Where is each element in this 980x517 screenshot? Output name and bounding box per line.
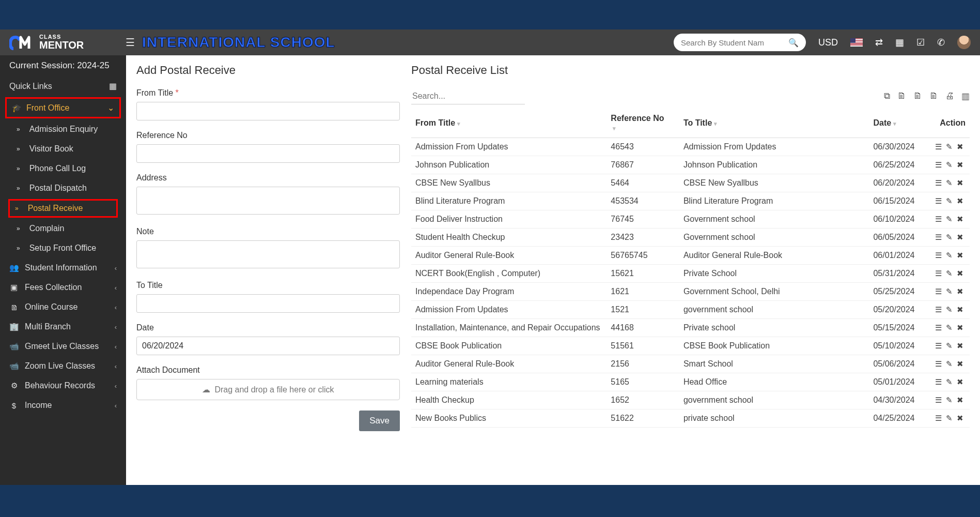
menu-icon[interactable]: ☰ bbox=[935, 142, 942, 151]
delete-icon[interactable]: ✖ bbox=[957, 341, 963, 350]
menu-icon[interactable]: ☰ bbox=[935, 323, 942, 332]
edit-icon[interactable]: ✎ bbox=[946, 233, 953, 241]
sidebar-sub-phone-call-log[interactable]: »Phone Call Log bbox=[0, 159, 126, 178]
menu-icon[interactable]: ☰ bbox=[935, 215, 942, 223]
print-icon[interactable]: 🖨 bbox=[945, 91, 954, 102]
sidebar-item-behaviour-records[interactable]: ⚙Behaviour Records‹ bbox=[0, 376, 126, 396]
delete-icon[interactable]: ✖ bbox=[957, 215, 963, 223]
delete-icon[interactable]: ✖ bbox=[957, 160, 963, 169]
col-ref[interactable]: Reference No▾ bbox=[606, 109, 679, 138]
delete-icon[interactable]: ✖ bbox=[957, 414, 963, 422]
delete-icon[interactable]: ✖ bbox=[957, 196, 963, 205]
to-title-input[interactable] bbox=[136, 294, 400, 313]
copy-icon[interactable]: ⧉ bbox=[884, 91, 890, 102]
menu-icon[interactable]: ☰ bbox=[935, 305, 942, 314]
search-input[interactable] bbox=[681, 38, 788, 47]
col-date[interactable]: Date▾ bbox=[869, 109, 925, 138]
sidebar-sub-visitor-book[interactable]: »Visitor Book bbox=[0, 139, 126, 159]
menu-icon[interactable]: ☰ bbox=[935, 287, 942, 296]
swap-icon[interactable]: ⇄ bbox=[875, 37, 883, 48]
col-from[interactable]: From Title▾ bbox=[411, 109, 606, 138]
edit-icon[interactable]: ✎ bbox=[946, 142, 953, 151]
menu-icon[interactable]: ☰ bbox=[935, 196, 942, 205]
sidebar-item-student-information[interactable]: 👥Student Information‹ bbox=[0, 258, 126, 278]
dropzone[interactable]: ☁ Drag and drop a file here or click bbox=[136, 379, 400, 400]
menu-icon[interactable]: ☰ bbox=[935, 233, 942, 241]
menu-icon[interactable]: ☰ bbox=[935, 341, 942, 350]
reference-no-input[interactable] bbox=[136, 144, 400, 163]
sidebar-sub-postal-receive[interactable]: »Postal Receive bbox=[8, 199, 118, 218]
edit-icon[interactable]: ✎ bbox=[946, 341, 953, 350]
edit-icon[interactable]: ✎ bbox=[946, 178, 953, 187]
logo[interactable]: CLASS MENTOR bbox=[9, 33, 126, 52]
note-input[interactable] bbox=[136, 240, 400, 268]
edit-icon[interactable]: ✎ bbox=[946, 287, 953, 296]
edit-icon[interactable]: ✎ bbox=[946, 359, 953, 368]
edit-icon[interactable]: ✎ bbox=[946, 414, 953, 422]
list-title: Postal Receive List bbox=[411, 64, 970, 77]
sidebar-item-online-course[interactable]: 🗎Online Course‹ bbox=[0, 297, 126, 317]
search-icon[interactable]: 🔍 bbox=[788, 38, 799, 48]
menu-icon[interactable]: ☰ bbox=[935, 178, 942, 187]
quick-links[interactable]: Quick Links ▦ bbox=[0, 76, 126, 96]
list-search-input[interactable] bbox=[411, 88, 525, 104]
excel-icon[interactable]: 🗎 bbox=[897, 91, 906, 102]
delete-icon[interactable]: ✖ bbox=[957, 323, 963, 332]
sidebar-sub-complain[interactable]: »Complain bbox=[0, 219, 126, 238]
sidebar-item-gmeet-live-classes[interactable]: 📹Gmeet Live Classes‹ bbox=[0, 337, 126, 356]
menu-icon[interactable]: ☰ bbox=[935, 414, 942, 422]
whatsapp-icon[interactable]: ✆ bbox=[937, 37, 945, 48]
from-title-input[interactable] bbox=[136, 102, 400, 120]
delete-icon[interactable]: ✖ bbox=[957, 396, 963, 404]
delete-icon[interactable]: ✖ bbox=[957, 142, 963, 151]
sidebar-sub-admission-enquiry[interactable]: »Admission Enquiry bbox=[0, 119, 126, 139]
menu-icon[interactable]: ☰ bbox=[935, 269, 942, 278]
quick-links-label: Quick Links bbox=[9, 82, 52, 91]
reference-no-label: Reference No bbox=[136, 131, 400, 140]
edit-icon[interactable]: ✎ bbox=[946, 269, 953, 278]
flag-icon[interactable] bbox=[850, 38, 863, 47]
menu-icon[interactable]: ☰ bbox=[935, 396, 942, 404]
calendar-icon[interactable]: ▦ bbox=[895, 37, 904, 48]
delete-icon[interactable]: ✖ bbox=[957, 305, 963, 314]
edit-icon[interactable]: ✎ bbox=[946, 196, 953, 205]
edit-icon[interactable]: ✎ bbox=[946, 323, 953, 332]
menu-toggle-icon[interactable]: ☰ bbox=[126, 36, 135, 49]
delete-icon[interactable]: ✖ bbox=[957, 233, 963, 241]
delete-icon[interactable]: ✖ bbox=[957, 269, 963, 278]
sidebar-item-multi-branch[interactable]: 🏢Multi Branch‹ bbox=[0, 317, 126, 337]
delete-icon[interactable]: ✖ bbox=[957, 359, 963, 368]
delete-icon[interactable]: ✖ bbox=[957, 251, 963, 260]
sidebar-item-zoom-live-classes[interactable]: 📹Zoom Live Classes‹ bbox=[0, 356, 126, 376]
delete-icon[interactable]: ✖ bbox=[957, 178, 963, 187]
edit-icon[interactable]: ✎ bbox=[946, 251, 953, 260]
edit-icon[interactable]: ✎ bbox=[946, 215, 953, 223]
sidebar-item-fees-collection[interactable]: ▣Fees Collection‹ bbox=[0, 278, 126, 297]
edit-icon[interactable]: ✎ bbox=[946, 396, 953, 404]
col-to[interactable]: To Title▾ bbox=[679, 109, 869, 138]
currency-label[interactable]: USD bbox=[818, 37, 838, 48]
date-input[interactable] bbox=[136, 337, 400, 355]
delete-icon[interactable]: ✖ bbox=[957, 377, 963, 386]
sidebar-sub-postal-dispatch[interactable]: »Postal Dispatch bbox=[0, 178, 126, 198]
avatar[interactable] bbox=[957, 36, 971, 49]
edit-icon[interactable]: ✎ bbox=[946, 160, 953, 169]
menu-icon[interactable]: ☰ bbox=[935, 160, 942, 169]
edit-icon[interactable]: ✎ bbox=[946, 377, 953, 386]
delete-icon[interactable]: ✖ bbox=[957, 287, 963, 296]
pdf-icon[interactable]: 🗎 bbox=[929, 91, 938, 102]
cell-date: 05/20/2024 bbox=[869, 301, 925, 319]
edit-icon[interactable]: ✎ bbox=[946, 305, 953, 314]
task-check-icon[interactable]: ☑ bbox=[916, 37, 925, 48]
save-button[interactable]: Save bbox=[359, 410, 400, 431]
menu-icon[interactable]: ☰ bbox=[935, 251, 942, 260]
csv-icon[interactable]: 🗎 bbox=[913, 91, 922, 102]
columns-icon[interactable]: ▥ bbox=[961, 91, 970, 102]
menu-icon[interactable]: ☰ bbox=[935, 359, 942, 368]
address-input[interactable] bbox=[136, 187, 400, 215]
menu-icon[interactable]: ☰ bbox=[935, 377, 942, 386]
student-search[interactable]: 🔍 bbox=[674, 34, 806, 51]
sidebar-item-front-office[interactable]: 🎓 Front Office ⌄ bbox=[5, 97, 121, 118]
sidebar-item-income[interactable]: $Income‹ bbox=[0, 396, 126, 415]
sidebar-sub-setup-front-office[interactable]: »Setup Front Office bbox=[0, 238, 126, 258]
